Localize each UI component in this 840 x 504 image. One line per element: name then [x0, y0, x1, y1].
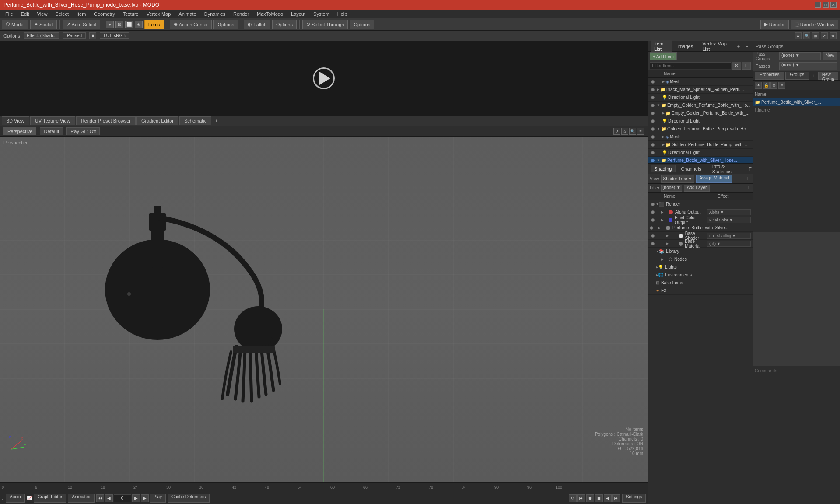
viewport-home-icon[interactable]: ⌂ — [621, 128, 628, 135]
menu-system[interactable]: System — [310, 10, 333, 18]
shader-tree-content[interactable]: ▼ ⬛ Render ▶ Alpha Output Alpha ▼ — [648, 200, 752, 504]
render-btn[interactable]: ▶ Render — [760, 20, 789, 29]
tab-3d-view[interactable]: 3D View — [2, 116, 29, 125]
menu-item[interactable]: Item — [73, 10, 89, 18]
poly-btn[interactable]: ⬜ — [125, 21, 133, 28]
tab-vertex-map[interactable]: Vertex Map List — [699, 40, 732, 52]
visibility-icon[interactable] — [650, 143, 656, 147]
list-item[interactable]: ▶ ◈ Mesh — [648, 78, 752, 86]
close-btn[interactable]: ✕ — [830, 2, 836, 8]
groups-gear-icon[interactable]: ⚙ — [770, 82, 777, 89]
tab-properties[interactable]: Properties — [755, 72, 784, 80]
animated-btn[interactable]: Animated — [68, 494, 94, 503]
tab-images[interactable]: Images — [674, 43, 697, 50]
list-item[interactable]: 💡 Directional Light — [648, 149, 752, 157]
stop-btn[interactable]: ⏹ — [595, 494, 603, 502]
settings-btn[interactable]: Settings — [622, 494, 646, 503]
shader-row-render[interactable]: ▼ ⬛ Render — [648, 200, 752, 208]
paused-icon[interactable]: ⏸ — [89, 32, 96, 39]
frame-input[interactable] — [114, 494, 131, 502]
shader-vis-icon[interactable] — [650, 203, 656, 206]
play2-btn[interactable]: ⏭ — [578, 494, 585, 502]
vert-btn[interactable]: ● — [106, 21, 114, 28]
maximize-btn[interactable]: □ — [822, 2, 829, 8]
tab-shading[interactable]: Shading — [651, 165, 676, 172]
cache-deformers-btn[interactable]: Cache Deformers — [168, 494, 210, 503]
shader-vis-icon[interactable] — [650, 242, 656, 245]
shader-row-environments[interactable]: ▶ 🌐 Environments — [648, 271, 752, 279]
sculpt-btn[interactable]: ✦ Sculpt — [30, 20, 57, 29]
ray-gl-btn[interactable]: Ray GL: Off — [66, 127, 100, 135]
visibility-icon[interactable] — [650, 88, 656, 91]
shader-row-bake-items[interactable]: ⊞ Bake Items — [648, 279, 752, 287]
prev-keyframe-btn[interactable]: ⏮ — [96, 494, 104, 502]
filter-none-dropdown[interactable]: (none) ▼ — [661, 185, 682, 192]
filter-s-btn[interactable]: S — [732, 62, 741, 70]
tab-uv-texture[interactable]: UV Texture View — [30, 116, 75, 125]
select-through-btn[interactable]: ⊙ Select Through — [302, 20, 348, 29]
auto-select-btn[interactable]: ↗ Auto Select — [63, 20, 100, 29]
options3-btn[interactable]: Options — [350, 20, 374, 29]
perspective-btn[interactable]: Perspective — [4, 127, 36, 135]
shader-row-lights[interactable]: ▶ 💡 Lights — [648, 263, 752, 271]
graph-editor-btn[interactable]: Graph Editor — [34, 494, 66, 503]
shader-tree-dropdown[interactable]: Shader Tree ▼ — [661, 175, 695, 183]
lut-dropdown[interactable]: LUT: sRGB — [100, 32, 130, 39]
visibility-icon[interactable] — [650, 135, 656, 139]
menu-select[interactable]: Select — [52, 10, 72, 18]
menu-view[interactable]: View — [34, 10, 51, 18]
groups-lock-icon[interactable]: 🔒 — [763, 82, 770, 89]
next-key-btn[interactable]: ⏭ — [612, 494, 620, 502]
add-layer-btn[interactable]: Add Layer — [684, 185, 710, 192]
effect-dropdown[interactable]: Effect: (Shadi... — [24, 32, 60, 39]
shader-row-nodes[interactable]: ▶ ⬡ Nodes — [648, 256, 752, 263]
menu-maxtomodo[interactable]: MaxToModo — [253, 10, 287, 18]
tab-schematic[interactable]: Schematic — [179, 116, 211, 125]
pass-groups-dropdown[interactable]: (none) ▼ — [779, 52, 821, 60]
groups-eye-icon[interactable]: 👁 — [755, 82, 762, 89]
viewport-fit-icon[interactable]: ⇔ — [830, 32, 836, 39]
finalcolor-dropdown[interactable]: Final Color ▼ — [707, 217, 751, 223]
visibility-icon[interactable] — [650, 119, 656, 123]
prev-frame-btn[interactable]: ◀ — [105, 494, 113, 502]
default-btn[interactable]: Default — [40, 127, 63, 135]
list-item[interactable]: ▼ 📁 Golden_Perfume_Bottle_Pump_with_Ho..… — [648, 125, 752, 133]
play-btn[interactable]: ▶ — [132, 494, 140, 502]
visibility-icon[interactable] — [650, 104, 656, 107]
edge-btn[interactable]: ⊡ — [116, 21, 123, 28]
menu-animate[interactable]: Animate — [175, 10, 200, 18]
shader-row-library[interactable]: ▼ 📚 Library — [648, 248, 752, 256]
falloff-btn[interactable]: ◐ Falloff — [244, 20, 270, 29]
shader-vis-icon[interactable] — [650, 226, 653, 230]
render-window-btn[interactable]: ⬚ Render Window — [791, 20, 838, 29]
audio-btn[interactable]: Audio — [6, 494, 25, 503]
new-group-btn[interactable]: New Group — [818, 72, 838, 80]
viewport-settings-icon[interactable]: ⚙ — [794, 32, 802, 39]
shader-vis-icon[interactable] — [650, 210, 656, 214]
item-list-content[interactable]: ▶ ◈ Mesh ▶ 📁 Black_Matte_Spherical_Golde… — [648, 78, 752, 163]
tab-groups[interactable]: Groups — [785, 72, 809, 80]
shading-expand-icon[interactable]: + — [739, 166, 745, 172]
list-item[interactable]: ▶ 📁 Black_Matte_Spherical_Golden_Perfu .… — [648, 86, 752, 94]
base-shader-dropdown[interactable]: Full Shading ▼ — [707, 233, 751, 239]
model-btn[interactable]: ⬡ Model — [2, 20, 28, 29]
list-item[interactable]: ▶ 📁 Empty_Golden_Perfume_Bottle_with_... — [648, 109, 752, 117]
visibility-icon[interactable] — [650, 80, 656, 84]
paused-btn[interactable]: Paused — [63, 32, 86, 39]
visibility-icon[interactable] — [650, 151, 656, 154]
viewport-menu-icon[interactable]: ≡ — [637, 128, 644, 135]
list-item[interactable]: ▼ 📁 Empty_Golden_Perfume_Bottle_with_Ho.… — [648, 102, 752, 109]
next-frame-btn[interactable]: ▶ — [141, 494, 149, 502]
viewport-expand-icon[interactable]: ⤢ — [821, 32, 828, 39]
options2-btn[interactable]: Options — [272, 20, 297, 29]
play-label-btn[interactable]: Play — [150, 494, 166, 503]
viewport-frame-icon[interactable]: ⊞ — [812, 32, 819, 39]
shader-vis-icon[interactable] — [650, 218, 656, 222]
shading-f-btn[interactable]: F — [746, 176, 751, 181]
visibility-icon[interactable] — [650, 127, 656, 131]
shader-row-fx[interactable]: ✦ FX — [648, 287, 752, 295]
item-list-settings-icon[interactable]: F — [743, 44, 750, 49]
item-list-expand-icon[interactable]: + — [735, 44, 742, 49]
toolbar2-options[interactable]: Options — [4, 33, 20, 38]
minimize-btn[interactable]: ─ — [815, 2, 821, 8]
